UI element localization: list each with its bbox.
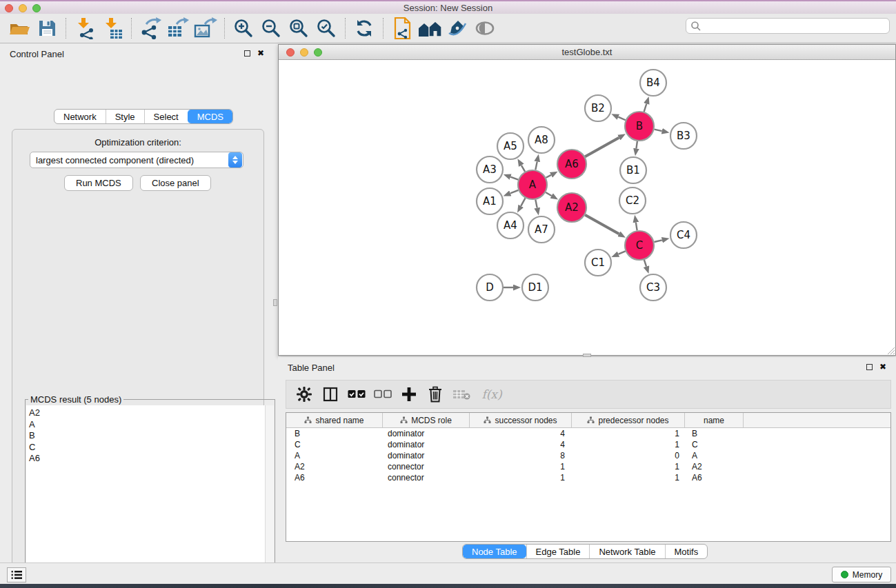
tab-motifs[interactable]: Motifs — [665, 545, 708, 558]
search-field[interactable] — [686, 18, 890, 34]
node-C[interactable]: C — [625, 231, 654, 260]
cell[interactable]: 1 — [572, 473, 685, 483]
node-C4[interactable]: C4 — [670, 222, 697, 248]
edge-A-A2[interactable] — [546, 192, 552, 196]
cell[interactable]: C — [685, 440, 744, 449]
cell[interactable]: 1 — [572, 429, 685, 438]
cell[interactable]: A6 — [286, 473, 383, 483]
cell[interactable]: 8 — [470, 451, 572, 460]
network-window-titlebar[interactable]: testGlobe.txt — [279, 45, 895, 60]
search-input[interactable] — [701, 19, 889, 33]
new-session-button[interactable] — [388, 16, 416, 41]
node-C1[interactable]: C1 — [585, 250, 611, 276]
cell[interactable]: B — [685, 429, 744, 438]
cell[interactable]: 4 — [470, 429, 572, 438]
cell[interactable]: A2 — [286, 462, 383, 472]
import-table-button[interactable] — [99, 16, 126, 41]
table-row[interactable]: Adominator80A — [286, 450, 890, 461]
export-table-button[interactable] — [164, 16, 192, 41]
node-B[interactable]: B — [625, 112, 654, 141]
float-panel-icon[interactable] — [244, 50, 250, 57]
close-panel-icon[interactable]: ✖ — [257, 50, 264, 57]
select-all-columns-button[interactable] — [346, 383, 368, 406]
mcds-result-item[interactable]: A2 — [29, 407, 274, 419]
table-settings-button[interactable] — [293, 383, 315, 406]
cell[interactable]: A — [685, 451, 744, 460]
edge-B-B1[interactable] — [636, 141, 637, 149]
mcds-result-item[interactable]: A — [29, 419, 274, 431]
cell[interactable]: A2 — [685, 462, 744, 472]
show-hide-panel-button[interactable] — [471, 16, 499, 41]
function-builder-button[interactable]: f(x) — [477, 383, 507, 406]
mcds-result-item[interactable]: C — [29, 442, 274, 454]
cell[interactable]: connector — [383, 473, 470, 483]
export-image-button[interactable] — [192, 16, 219, 41]
cell[interactable]: dominator — [383, 429, 470, 438]
edge-A-A3[interactable] — [510, 177, 518, 180]
node-B3[interactable]: B3 — [670, 123, 697, 149]
cell[interactable]: dominator — [383, 451, 470, 460]
annotation-mode-button[interactable] — [444, 16, 471, 41]
edge-A6-B[interactable] — [585, 138, 619, 157]
node-A4[interactable]: A4 — [497, 212, 524, 239]
network-canvas[interactable]: AA1A2A3A4A5A6A7A8BB1B2B3B4CC1C2C3C4DD1 — [279, 60, 895, 355]
cell[interactable]: A — [286, 451, 383, 460]
delete-table-button[interactable] — [450, 383, 472, 406]
edge-C-C3[interactable] — [644, 260, 646, 267]
edge-B-B2[interactable] — [618, 117, 625, 121]
node-A2[interactable]: A2 — [557, 193, 586, 222]
node-B2[interactable]: B2 — [585, 95, 611, 121]
network-graph[interactable]: AA1A2A3A4A5A6A7A8BB1B2B3B4CC1C2C3C4DD1 — [279, 60, 895, 356]
zoom-selected-button[interactable] — [312, 16, 340, 41]
node-C2[interactable]: C2 — [619, 187, 646, 214]
tab-style[interactable]: Style — [106, 110, 144, 123]
node-B1[interactable]: B1 — [620, 157, 646, 183]
column-header-shared-name[interactable]: shared name — [286, 413, 383, 427]
zoom-fit-button[interactable] — [285, 16, 312, 41]
cell[interactable]: C — [286, 440, 383, 449]
tab-select[interactable]: Select — [144, 110, 188, 123]
edge-B-B3[interactable] — [654, 130, 661, 131]
node-C3[interactable]: C3 — [640, 274, 666, 301]
mcds-result-item[interactable]: B — [29, 430, 274, 442]
edge-A-A4[interactable] — [521, 198, 525, 206]
import-network-button[interactable] — [71, 16, 99, 41]
cell[interactable]: A6 — [685, 473, 744, 483]
zoom-in-button[interactable] — [230, 16, 257, 41]
node-B4[interactable]: B4 — [640, 70, 666, 96]
cell[interactable]: 4 — [470, 440, 572, 449]
add-column-button[interactable] — [398, 383, 420, 406]
edge-A2-C[interactable] — [585, 215, 619, 234]
mcds-result-item[interactable]: A6 — [29, 453, 274, 465]
cell[interactable]: 1 — [470, 462, 572, 472]
tab-network-table[interactable]: Network Table — [589, 545, 664, 558]
cell[interactable]: 1 — [572, 440, 685, 449]
table-row[interactable]: Cdominator41C — [286, 439, 890, 450]
zoom-out-button[interactable] — [257, 16, 285, 41]
node-A3[interactable]: A3 — [477, 156, 503, 183]
tab-node-table[interactable]: Node Table — [463, 545, 526, 558]
cell[interactable]: 1 — [572, 462, 685, 472]
edge-A-A8[interactable] — [535, 161, 537, 170]
close-panel-icon[interactable]: ✖ — [879, 363, 886, 371]
resize-grip-icon[interactable] — [885, 345, 895, 354]
edge-C-C2[interactable] — [636, 223, 637, 231]
edge-A-A7[interactable] — [535, 200, 537, 208]
column-browser-button[interactable] — [319, 383, 341, 406]
column-header-MCDS-role[interactable]: MCDS role — [383, 413, 470, 427]
cell[interactable]: 0 — [572, 451, 685, 460]
edge-A-A6[interactable] — [546, 175, 550, 178]
edge-B-B4[interactable] — [644, 103, 647, 112]
node-A7[interactable]: A7 — [528, 216, 555, 243]
float-panel-icon[interactable] — [866, 364, 873, 370]
close-panel-button[interactable]: Close panel — [140, 175, 211, 191]
splitter-handle[interactable] — [273, 299, 277, 306]
memory-button[interactable]: Memory — [832, 567, 891, 582]
column-header-name[interactable]: name — [685, 413, 744, 427]
task-history-button[interactable] — [7, 567, 26, 582]
node-A5[interactable]: A5 — [497, 133, 524, 159]
run-mcds-button[interactable]: Run MCDS — [64, 175, 133, 191]
node-D1[interactable]: D1 — [522, 274, 548, 301]
reset-view-button[interactable] — [416, 16, 444, 41]
node-table[interactable]: shared nameMCDS rolesuccessor nodesprede… — [286, 412, 891, 542]
